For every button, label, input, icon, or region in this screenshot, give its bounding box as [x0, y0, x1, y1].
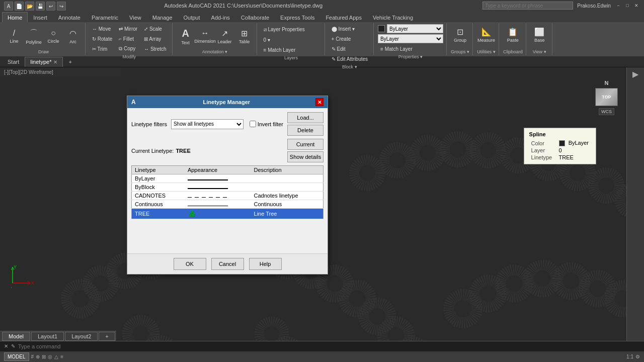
view-base-button[interactable]: ⬜ Base: [530, 24, 548, 45]
fillet-button[interactable]: ⌐ Fillet: [116, 34, 140, 43]
tab-output[interactable]: Output: [178, 12, 206, 22]
snap-button[interactable]: ⊕: [36, 354, 40, 359]
tab-insert[interactable]: Insert: [28, 12, 53, 22]
maximize-button[interactable]: □: [624, 2, 631, 9]
command-input[interactable]: [18, 342, 640, 350]
layer-properties-button[interactable]: ⧄ Layer Properties: [261, 25, 321, 34]
paste-button[interactable]: 📋 Paste: [504, 24, 522, 45]
scale-button[interactable]: ⤢ Scale: [141, 24, 169, 33]
grid-button[interactable]: #: [31, 354, 34, 359]
linetype-select[interactable]: ByLayer: [378, 34, 443, 43]
ortho-button[interactable]: ⊞: [42, 354, 46, 359]
dialog-close-button[interactable]: ✕: [315, 98, 324, 106]
close-button[interactable]: ✕: [633, 2, 640, 9]
quick-access-toolbar: A 📄 📂 💾 ↩ ↪: [4, 2, 66, 11]
navigation-cube[interactable]: N TOP WCS: [593, 80, 620, 115]
autocad-logo[interactable]: A: [4, 2, 13, 11]
table-row[interactable]: ByLayer: [132, 174, 324, 183]
tab-linetype[interactable]: linetype* ✕: [25, 57, 63, 67]
rotate-button[interactable]: ↻ Rotate: [90, 34, 115, 43]
table-button[interactable]: ⊞ Table: [235, 26, 254, 47]
tab-view[interactable]: View: [124, 12, 147, 22]
model-indicator[interactable]: MODEL: [4, 352, 29, 361]
tab-annotate[interactable]: Annotate: [53, 12, 86, 22]
match-layer-props[interactable]: ≡ Match Layer: [378, 44, 443, 53]
dynmode-button[interactable]: ≡: [60, 354, 63, 359]
insert-button[interactable]: ⬤ Insert ▾: [329, 24, 370, 33]
save-button[interactable]: 💾: [36, 2, 45, 11]
tab-close-button[interactable]: ✕: [53, 59, 57, 65]
view-cube[interactable]: TOP: [595, 88, 618, 106]
mirror-button[interactable]: ⇄ Mirror: [116, 24, 140, 33]
invert-filter-checkbox[interactable]: [250, 121, 256, 127]
row-description: [251, 174, 324, 183]
row-description: [251, 183, 324, 192]
stretch-button[interactable]: ↔ Stretch: [141, 44, 169, 53]
undo-button[interactable]: ↩: [46, 2, 55, 11]
arc-button[interactable]: ◠ Arc: [64, 26, 82, 47]
search-input[interactable]: [482, 2, 573, 10]
invert-filter-label: Invert filter: [250, 121, 283, 127]
tab-manage[interactable]: Manage: [147, 12, 178, 22]
ok-button[interactable]: OK: [174, 258, 206, 270]
polyline-button[interactable]: ⌒ Polyline: [25, 26, 43, 47]
table-row[interactable]: ByBlock: [132, 183, 324, 192]
tab-layout2[interactable]: Layout2: [65, 332, 98, 341]
copy-button[interactable]: ⧉ Copy: [116, 44, 140, 53]
show-details-button[interactable]: Show details: [287, 151, 324, 162]
open-button[interactable]: 📂: [25, 2, 34, 11]
measure-button[interactable]: 📐 Measure: [477, 24, 496, 45]
help-button[interactable]: Help: [249, 258, 282, 270]
settings-button[interactable]: ⚙: [635, 354, 640, 359]
table-row[interactable]: CADNOTES Cadnotes linetype: [132, 192, 324, 200]
filter-select[interactable]: Show all linetypes: [171, 119, 244, 129]
match-layer-button[interactable]: ≡ Match Layer: [261, 45, 321, 54]
text-button[interactable]: A Text: [177, 26, 195, 47]
array-button[interactable]: ⊞ Array: [141, 34, 169, 43]
load-button[interactable]: Load...: [287, 112, 324, 123]
move-button[interactable]: ↔ Move: [90, 24, 115, 33]
tab-start[interactable]: Start: [2, 57, 25, 67]
tab-expresstools[interactable]: Express Tools: [275, 12, 320, 22]
group-button[interactable]: ⊡ Group: [451, 24, 469, 45]
cancel-button[interactable]: Cancel: [211, 258, 244, 270]
tab-vehicletracking[interactable]: Vehicle Tracking: [367, 12, 419, 22]
row-appearance-tree: 🌲: [185, 209, 251, 219]
new-button[interactable]: 📄: [15, 2, 24, 11]
redo-button[interactable]: ↪: [57, 2, 66, 11]
trim-button[interactable]: ✂ Trim: [90, 44, 115, 53]
tab-new[interactable]: +: [63, 57, 77, 67]
tab-parametric[interactable]: Parametric: [86, 12, 124, 22]
tab-featuredapps[interactable]: Featured Apps: [320, 12, 367, 22]
color-select[interactable]: ByLayer: [387, 24, 443, 33]
circle-button[interactable]: ○ Circle: [44, 26, 62, 47]
edit-block-button[interactable]: ✎ Edit: [329, 44, 370, 53]
leader-button[interactable]: ↗ Leader: [216, 26, 234, 47]
current-button[interactable]: Current: [287, 139, 324, 150]
object-snap-button[interactable]: △: [54, 354, 58, 359]
row-appearance: [185, 200, 251, 209]
edit-attributes-button[interactable]: ✎ Edit Attributes: [329, 54, 370, 63]
tab-layout1[interactable]: Layout1: [31, 332, 64, 341]
layer-dropdown[interactable]: 0 ▾: [261, 35, 321, 44]
create-block-button[interactable]: + Create: [329, 34, 370, 43]
right-panel-toggle[interactable]: ▶: [632, 69, 638, 79]
delete-button[interactable]: Delete: [287, 125, 324, 136]
table-row[interactable]: Continuous Continuous: [132, 200, 324, 209]
tab-addins[interactable]: Add-ins: [206, 12, 235, 22]
polar-button[interactable]: ◎: [48, 354, 52, 359]
draw-group: / Line ⌒ Polyline ○ Circle ◠ Arc Draw: [2, 23, 86, 55]
table-row-selected[interactable]: TREE 🌲 Line Tree: [132, 209, 324, 219]
tab-collaborate[interactable]: Collaborate: [235, 12, 275, 22]
dialog-titlebar[interactable]: A Linetype Manager ✕: [127, 96, 328, 108]
tab-home[interactable]: Home: [2, 12, 28, 22]
minimize-button[interactable]: −: [615, 2, 622, 9]
start-tab-label: Start: [8, 59, 19, 65]
tab-add-layout[interactable]: +: [99, 332, 115, 341]
spline-tooltip: Spline Color ByLayer Layer 0 Linetype TR…: [524, 128, 596, 164]
row-description: Continuous: [251, 200, 324, 209]
wcs-label[interactable]: WCS: [599, 108, 614, 115]
line-button[interactable]: / Line: [5, 26, 23, 47]
tab-model[interactable]: Model: [2, 332, 30, 341]
dimension-button[interactable]: ↔ Dimension: [196, 26, 214, 47]
